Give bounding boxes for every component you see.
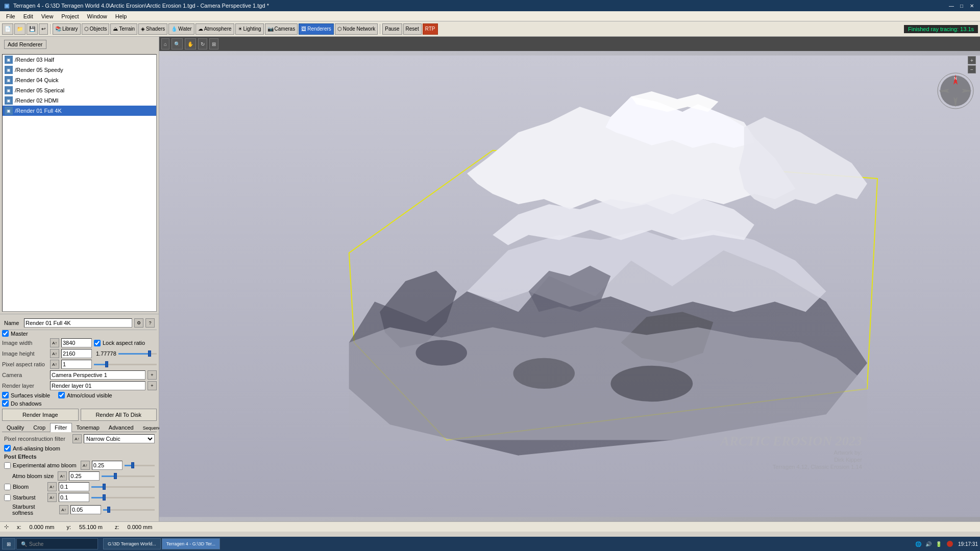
menu-file[interactable]: File (2, 13, 19, 19)
maximize-btn[interactable]: □ (958, 2, 966, 10)
cameras-btn[interactable]: 📷 Cameras (265, 23, 298, 35)
renderer-item-1[interactable]: ▣ /Render 05 Speedy (3, 65, 156, 75)
renderers-btn[interactable]: 🖼 Renderers (299, 23, 334, 35)
objects-btn[interactable]: ⬡ Objects (82, 23, 110, 35)
tab-filter[interactable]: Filter (50, 423, 71, 432)
name-settings-btn[interactable]: ⚙ (134, 318, 143, 328)
vp-rotate-btn[interactable]: ↻ (198, 38, 207, 49)
close-btn[interactable]: ✕ (968, 2, 976, 10)
starburst-script-btn[interactable]: A↑ (47, 493, 57, 502)
render-layer-input[interactable] (50, 381, 145, 390)
taskbar-app-1[interactable]: Terragen 4 - G:\3D Ter... (162, 538, 220, 549)
surfaces-checkbox[interactable] (2, 392, 9, 398)
aa-bloom-checkbox[interactable] (4, 445, 11, 452)
starburst-soft-script-btn[interactable]: A↑ (59, 505, 68, 514)
menu-help[interactable]: Help (111, 13, 131, 19)
renderer-item-4[interactable]: ▣ /Render 02 HDMI (3, 95, 156, 106)
render-layer-pick-btn[interactable]: + (148, 381, 157, 390)
water-btn[interactable]: 💧 Water (168, 23, 194, 35)
exp-atmo-input[interactable] (92, 461, 122, 470)
tab-quality[interactable]: Quality (2, 423, 29, 432)
img-w-script-btn[interactable]: A↑ (50, 338, 59, 347)
exp-atmo-slider[interactable] (125, 465, 155, 466)
starburst-slider[interactable] (91, 497, 155, 498)
undo-btn[interactable]: ↩ (39, 23, 48, 35)
taskbar-app-0[interactable]: G:\3D Terragen World... (103, 538, 161, 549)
render-image-btn[interactable]: Render Image (2, 409, 79, 421)
pix-recon-script-btn[interactable]: A↑ (72, 434, 82, 443)
renderer-item-3[interactable]: ▣ /Render 05 Sperical (3, 85, 156, 95)
nav-widget[interactable]: N S E W + − (935, 55, 976, 127)
atmo-size-script-btn[interactable]: A↑ (58, 471, 67, 481)
pixel-recon-select[interactable]: Narrow Cubic Box Bilinear Bicubic Wide C… (84, 434, 155, 443)
lock-aspect-checkbox[interactable] (94, 340, 101, 346)
atmo-cloud-checkbox[interactable] (58, 392, 65, 398)
pix-asp-script-btn[interactable]: A↑ (50, 360, 59, 369)
bloom-slider[interactable] (91, 486, 155, 488)
library-btn[interactable]: 📚 Library (53, 23, 81, 35)
lighting-btn[interactable]: ☀ Lighting (235, 23, 264, 35)
bloom-script-btn[interactable]: A↑ (47, 482, 57, 491)
atmo-size-input[interactable] (69, 471, 100, 481)
tab-advanced[interactable]: Advanced (104, 423, 138, 432)
reset-btn[interactable]: Reset (403, 23, 422, 35)
renderer-item-0[interactable]: ▣ /Render 03 Half (3, 55, 156, 65)
image-width-input[interactable] (61, 338, 92, 347)
bloom-checkbox[interactable] (4, 484, 11, 490)
vp-home-btn[interactable]: ⌂ (161, 38, 169, 49)
new-btn[interactable]: 📄 (2, 23, 13, 35)
menu-window[interactable]: Window (83, 13, 111, 19)
vp-zoom-btn[interactable]: 🔍 (172, 38, 183, 49)
starburst-soft-input[interactable] (70, 505, 101, 514)
render-all-btn[interactable]: Render All To Disk (81, 409, 157, 421)
save-btn[interactable]: 💾 (27, 23, 38, 35)
pixel-aspect-input[interactable] (61, 360, 92, 369)
menu-project[interactable]: Project (57, 13, 83, 19)
shaders-btn[interactable]: ◈ Shaders (138, 23, 167, 35)
tab-tonemap[interactable]: Tonemap (72, 423, 104, 432)
shadows-checkbox[interactable] (2, 400, 9, 407)
vp-frame-btn[interactable]: ⊞ (209, 38, 218, 49)
renderers-icon: 🖼 (301, 26, 306, 32)
filter-tab-content: Pixel reconstruction filter A↑ Narrow Cu… (2, 432, 157, 519)
minimize-btn[interactable]: — (947, 2, 955, 10)
camera-pick-btn[interactable]: + (148, 370, 157, 380)
window-controls[interactable]: — □ ✕ (947, 2, 976, 10)
start-btn[interactable]: ⊞ (2, 538, 15, 549)
camera-input[interactable] (50, 370, 145, 380)
search-box[interactable]: 🔍 Suche (16, 538, 98, 549)
bloom-input[interactable] (59, 482, 89, 491)
name-input[interactable] (24, 318, 132, 328)
atmosphere-btn[interactable]: ☁ Atmosphere (195, 23, 234, 35)
starburst-checkbox[interactable] (4, 494, 11, 501)
node-network-btn[interactable]: ⬡ Node Network (335, 23, 378, 35)
renderer-item-5[interactable]: ▣ /Render 01 Full 4K (3, 106, 156, 116)
starburst-input[interactable] (59, 493, 89, 502)
name-help-btn[interactable]: ? (145, 318, 155, 328)
img-h-script-btn[interactable]: A↑ (50, 349, 59, 358)
viewport: ⌂ 🔍 ✋ ↻ ⊞ (159, 37, 980, 521)
zoom-in-btn[interactable]: + (968, 56, 976, 64)
vp-pan-btn[interactable]: ✋ (185, 38, 196, 49)
exp-atmo-script-btn[interactable]: A↑ (81, 461, 90, 470)
pause-btn[interactable]: Pause (382, 23, 402, 35)
master-checkbox[interactable] (2, 330, 9, 337)
lighting-icon: ☀ (238, 26, 242, 32)
menu-view[interactable]: View (37, 13, 58, 19)
rtp-btn[interactable]: RTP (423, 23, 438, 35)
atmo-size-slider[interactable] (102, 475, 155, 477)
pix-asp-slider[interactable] (94, 364, 157, 365)
zoom-out-btn[interactable]: − (968, 65, 976, 73)
renderer-item-2[interactable]: ▣ /Render 04 Quick (3, 75, 156, 85)
viewport-content[interactable]: ARCTIC EROSION 2023 Artwork by: Dirk Kip… (159, 51, 980, 521)
image-height-input[interactable] (61, 349, 92, 358)
starburst-soft-slider[interactable] (103, 509, 155, 511)
exp-atmo-checkbox[interactable] (4, 462, 11, 469)
atmosphere-icon: ☁ (198, 26, 203, 32)
height-slider[interactable] (118, 353, 157, 355)
terrain-btn[interactable]: ⛰ Terrain (110, 23, 137, 35)
open-btn[interactable]: 📁 (14, 23, 26, 35)
add-renderer-btn[interactable]: Add Renderer (4, 40, 46, 49)
menu-edit[interactable]: Edit (19, 13, 37, 19)
tab-crop[interactable]: Crop (29, 423, 50, 432)
